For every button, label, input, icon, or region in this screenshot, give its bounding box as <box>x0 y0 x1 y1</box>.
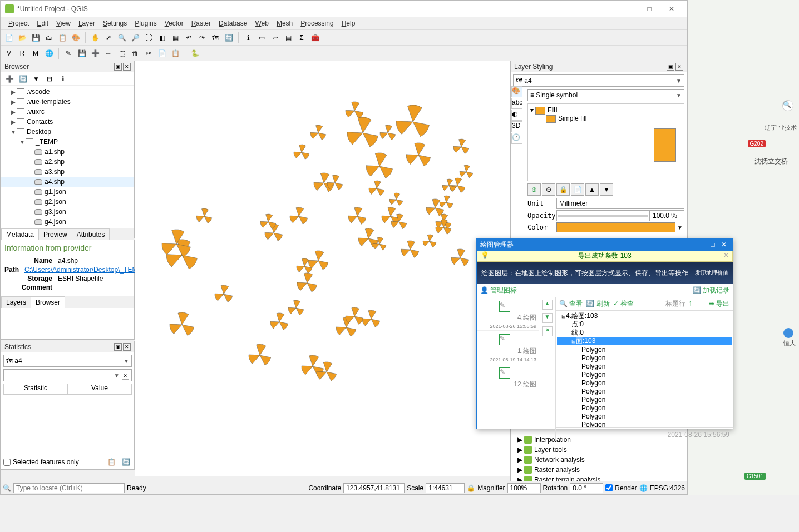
save-project-icon[interactable]: 💾 <box>29 32 42 44</box>
color-picker[interactable] <box>556 222 675 232</box>
stats-field-combo[interactable]: ▼ε <box>3 369 132 381</box>
add-feature-icon[interactable]: ➕ <box>89 47 101 59</box>
delete-icon[interactable]: 🗑 <box>129 47 141 59</box>
zoom-in-icon[interactable]: 🔍 <box>116 32 128 44</box>
map-search-icon[interactable]: 🔍 <box>782 100 793 111</box>
copy-icon[interactable]: 📄 <box>156 47 168 59</box>
mag-value[interactable]: 100% <box>507 483 541 493</box>
panel-undock-icon[interactable]: ▣ <box>667 63 674 71</box>
zoom-last-icon[interactable]: ↶ <box>183 32 195 44</box>
refresh-browser-icon[interactable]: 🔄 <box>17 73 29 85</box>
stats-refresh-icon[interactable]: 🔄 <box>120 456 132 468</box>
float-tree-item[interactable]: Polygon <box>557 379 732 387</box>
browser-tab-attributes[interactable]: Attributes <box>72 228 110 240</box>
proc-group-layer-tools[interactable]: ▶Layer tools <box>513 445 684 455</box>
menu-web[interactable]: Web <box>251 18 272 28</box>
browser-item-a4-shp[interactable]: a4.shp <box>1 177 134 187</box>
edit-pencil-icon[interactable]: ✎ <box>62 47 75 59</box>
menu-project[interactable]: Project <box>5 18 32 28</box>
labels-tab-icon[interactable]: abc <box>511 98 522 109</box>
move-up-button[interactable]: ▲ <box>585 183 599 196</box>
check-button[interactable]: ✓ 检查 <box>613 299 634 309</box>
layout-manager-icon[interactable]: 📋 <box>56 32 68 44</box>
dock-tab-browser[interactable]: Browser <box>31 296 65 308</box>
view-button[interactable]: 🔍 查看 <box>559 299 583 309</box>
history-tab-icon[interactable]: 🕐 <box>511 133 522 144</box>
float-tree-item[interactable]: Polygon <box>557 345 732 354</box>
browser-item-g4-json[interactable]: g4.json <box>1 217 134 227</box>
unit-combo[interactable]: Millimeter <box>556 198 684 209</box>
deselect-icon[interactable]: ▱ <box>269 32 281 44</box>
float-tree-item[interactable]: 线:0 <box>557 329 732 337</box>
locator-input[interactable] <box>13 483 125 493</box>
identify-icon[interactable]: ℹ <box>242 32 254 44</box>
float-titlebar[interactable]: 绘图管理器 — □ ✕ <box>477 238 733 251</box>
filter-icon[interactable]: ▼ <box>30 73 42 85</box>
panel-close-icon[interactable]: ✕ <box>123 343 131 351</box>
zoom-out-icon[interactable]: 🔎 <box>129 32 141 44</box>
menu-plugins[interactable]: Plugins <box>131 18 160 28</box>
browser-item-_TEMP[interactable]: ▼_TEMP <box>1 137 134 147</box>
float-close-button[interactable]: ✕ <box>718 241 729 248</box>
pan-icon[interactable]: ✋ <box>89 32 101 44</box>
masks-tab-icon[interactable]: ◐ <box>511 110 522 121</box>
float-tree-item[interactable]: Polygon <box>557 354 732 362</box>
add-vector-icon[interactable]: V <box>3 47 15 59</box>
minimize-button[interactable]: — <box>616 1 638 17</box>
python-icon[interactable]: 🐍 <box>189 47 201 59</box>
manage-icons-tab[interactable]: 👤 管理图标 <box>480 286 517 295</box>
dock-tab-layers[interactable]: Layers <box>1 296 31 308</box>
zoom-selection-icon[interactable]: ◧ <box>156 32 168 44</box>
save-edits-icon[interactable]: 💾 <box>76 47 88 59</box>
proc-group-raster-analysis[interactable]: ▶Raster analysis <box>513 465 684 475</box>
browser-item--vue-templates[interactable]: ▶.vue-templates <box>1 97 134 107</box>
float-tree-item[interactable]: ⊟ 4.绘图:103 <box>557 312 732 320</box>
refresh-button[interactable]: 🔄 刷新 <box>586 299 609 309</box>
render-checkbox[interactable] <box>605 484 613 491</box>
float-tree-item[interactable]: 点:0 <box>557 320 732 329</box>
open-project-icon[interactable]: 📂 <box>16 32 28 44</box>
browser-item-Contacts[interactable]: ▶Contacts <box>1 117 134 127</box>
float-maximize-button[interactable]: □ <box>707 241 718 248</box>
toolbox-icon[interactable]: 🧰 <box>309 32 321 44</box>
browser-item--vscode[interactable]: ▶.vscode <box>1 87 134 97</box>
browser-item-a3-shp[interactable]: a3.shp <box>1 167 134 177</box>
export-button[interactable]: ➡ 导出 <box>709 299 729 309</box>
menu-settings[interactable]: Settings <box>100 18 130 28</box>
menu-help[interactable]: Help <box>338 18 359 28</box>
browser-tab-preview[interactable]: Preview <box>38 228 72 240</box>
rot-value[interactable]: 0.0 ° <box>570 483 603 493</box>
new-map-view-icon[interactable]: 🗺 <box>209 32 221 44</box>
fill-tree-item[interactable]: ▾ Fill <box>530 106 682 115</box>
selected-features-checkbox[interactable] <box>3 459 11 466</box>
notice-close-icon[interactable]: ✕ <box>723 251 729 259</box>
float-tree-item[interactable]: Polygon <box>557 362 732 370</box>
menu-vector[interactable]: Vector <box>161 18 187 28</box>
browser-item-g1-json[interactable]: g1.json <box>1 187 134 197</box>
panel-close-icon[interactable]: ✕ <box>675 63 683 71</box>
menu-layer[interactable]: Layer <box>75 18 98 28</box>
epsg-label[interactable]: EPSG:4326 <box>650 484 685 492</box>
add-wms-icon[interactable]: 🌐 <box>43 47 55 59</box>
menu-edit[interactable]: Edit <box>33 18 52 28</box>
style-manager-icon[interactable]: 🎨 <box>70 32 82 44</box>
select-icon[interactable]: ▭ <box>255 32 268 44</box>
item-down-button[interactable]: ▼ <box>542 313 553 323</box>
float-tree-item[interactable]: Polygon <box>557 387 732 395</box>
browser-item-a2-shp[interactable]: a2.shp <box>1 157 134 167</box>
float-item[interactable]: ✎4.绘图2021-08-26 15:56:59 <box>477 297 539 331</box>
browser-tab-metadata[interactable]: Metadata <box>1 228 39 240</box>
float-item-list[interactable]: ✎4.绘图2021-08-26 15:56:59✎1.绘图2021-08-19 … <box>477 297 539 441</box>
item-up-button[interactable]: ▲ <box>542 300 553 310</box>
coord-value[interactable]: 123.4957,41.8131 <box>343 483 405 493</box>
styling-layer-combo[interactable]: 🗺 a4▼ <box>513 74 684 87</box>
browser-tree[interactable]: ▶.vscode▶.vue-templates▶.vuxrc▶Contacts▼… <box>1 86 134 228</box>
new-layout-icon[interactable]: 🗂 <box>43 32 55 44</box>
opacity-slider[interactable] <box>556 210 650 221</box>
float-tree-item[interactable]: Polygon <box>557 404 732 412</box>
cut-icon[interactable]: ✂ <box>142 47 155 59</box>
zoom-layer-icon[interactable]: ▦ <box>169 32 181 44</box>
add-raster-icon[interactable]: R <box>16 47 28 59</box>
item-delete-button[interactable]: ✕ <box>542 326 553 336</box>
browser-item-g2-json[interactable]: g2.json <box>1 197 134 207</box>
